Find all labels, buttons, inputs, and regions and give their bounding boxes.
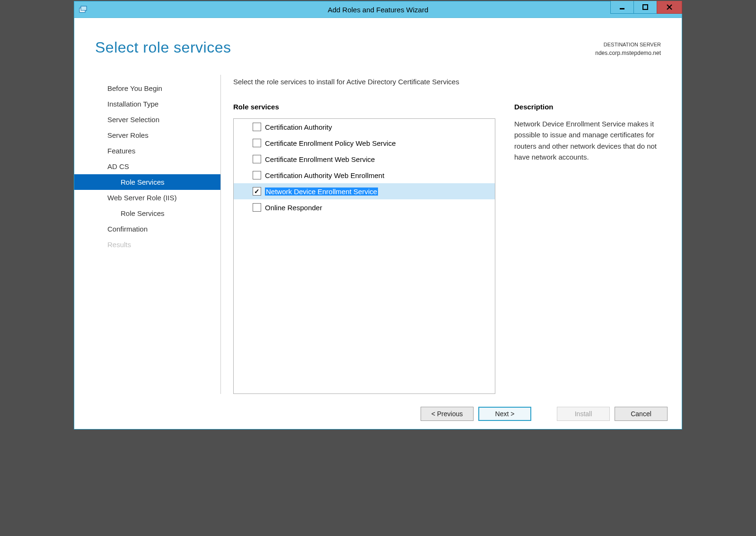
role-service-option[interactable]: Certification Authority Web Enrollment [234,167,495,183]
nav-item-server-roles[interactable]: Server Roles [74,127,220,143]
role-services-heading: Role services [233,103,495,111]
role-service-option[interactable]: Online Responder [234,199,495,215]
window-controls [610,1,682,18]
nav-item-results: Results [74,237,220,252]
maximize-button[interactable] [633,1,657,14]
previous-button[interactable]: < Previous [421,407,474,421]
next-button[interactable]: Next > [478,407,531,421]
minimize-button[interactable] [610,1,634,14]
role-service-label: Certificate Enrollment Policy Web Servic… [265,139,396,147]
role-service-option[interactable]: Network Device Enrollment Service [234,183,495,199]
destination-server-block: DESTINATION SERVER ndes.corp.mstepdemo.n… [595,39,661,57]
titlebar[interactable]: Add Roles and Features Wizard [74,1,682,18]
role-services-listbox[interactable]: Certification AuthorityCertificate Enrol… [233,118,495,394]
nav-item-server-selection[interactable]: Server Selection [74,112,220,127]
wizard-window: Add Roles and Features Wizard Select rol… [74,1,682,429]
header-area: Select role services DESTINATION SERVER … [74,18,682,75]
main-panel: Select the role services to install for … [221,75,661,394]
destination-server-value: ndes.corp.mstepdemo.net [595,49,661,57]
nav-item-ad-cs[interactable]: AD CS [74,159,220,174]
nav-item-role-services[interactable]: Role Services [74,205,220,221]
role-service-label: Network Device Enrollment Service [265,188,378,196]
destination-server-label: DESTINATION SERVER [595,41,661,49]
nav-item-web-server-role-iis-[interactable]: Web Server Role (IIS) [74,190,220,205]
close-button[interactable] [657,1,682,14]
nav-item-installation-type[interactable]: Installation Type [74,96,220,112]
nav-item-features[interactable]: Features [74,143,220,159]
nav-item-role-services[interactable]: Role Services [74,174,220,190]
nav-item-before-you-begin[interactable]: Before You Begin [74,80,220,96]
checkbox[interactable] [253,203,261,212]
role-service-label: Certificate Enrollment Web Service [265,155,375,163]
description-heading: Description [514,103,661,111]
instruction-text: Select the role services to install for … [233,78,661,86]
svg-rect-3 [643,5,648,9]
wizard-nav: Before You BeginInstallation TypeServer … [74,75,221,394]
server-manager-icon [78,4,88,15]
nav-item-confirmation[interactable]: Confirmation [74,221,220,237]
role-service-option[interactable]: Certification Authority [234,119,495,135]
checkbox[interactable] [253,187,261,196]
window-title: Add Roles and Features Wizard [74,6,682,14]
role-service-option[interactable]: Certificate Enrollment Web Service [234,151,495,167]
role-service-label: Certification Authority [265,123,332,131]
install-button[interactable]: Install [557,407,610,421]
role-service-label: Online Responder [265,204,322,212]
role-service-label: Certification Authority Web Enrollment [265,171,384,179]
svg-rect-1 [81,6,87,10]
body-area: Before You BeginInstallation TypeServer … [74,75,682,394]
role-service-option[interactable]: Certificate Enrollment Policy Web Servic… [234,135,495,151]
checkbox[interactable] [253,171,261,179]
page-title: Select role services [95,39,231,56]
wizard-footer: < Previous Next > Install Cancel [74,399,682,429]
description-text: Network Device Enrollment Service makes … [514,118,661,162]
checkbox[interactable] [253,123,261,131]
checkbox[interactable] [253,155,261,163]
cancel-button[interactable]: Cancel [615,407,668,421]
checkbox[interactable] [253,139,261,147]
svg-rect-2 [620,8,624,9]
